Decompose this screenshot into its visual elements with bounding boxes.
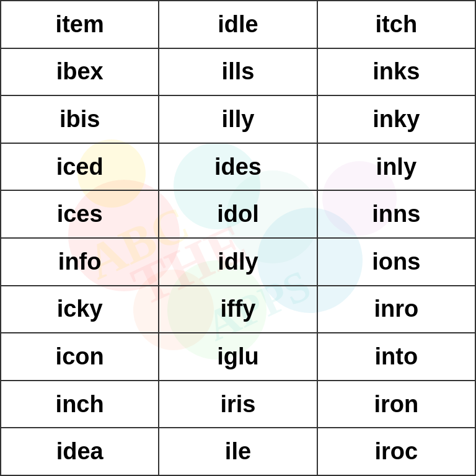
word-cell: inch (1, 381, 159, 428)
word-cell: inns (317, 190, 475, 238)
word-cell: ibex (1, 48, 159, 96)
word-table: itemidleitchibexillsinksibisillyinkyiced… (0, 0, 476, 476)
word-cell: into (317, 333, 475, 381)
word-cell: ibis (1, 95, 159, 143)
word-cell: ions (317, 238, 475, 286)
table-row: icedidesinly (1, 143, 475, 191)
word-cell: idol (159, 190, 317, 238)
table-row: ibexillsinks (1, 48, 475, 96)
word-cell: iroc (317, 428, 475, 475)
word-cell: inks (317, 48, 475, 96)
word-cell: icky (1, 286, 159, 333)
word-cell: item (1, 1, 159, 48)
word-cell: ides (159, 143, 317, 191)
word-cell: ills (159, 48, 317, 96)
table-row: icesidolinns (1, 190, 475, 238)
word-cell: idly (159, 238, 317, 286)
table-row: ibisillyinky (1, 95, 475, 143)
word-cell: iron (317, 381, 475, 428)
word-cell: ices (1, 190, 159, 238)
word-cell: iced (1, 143, 159, 191)
word-cell: icon (1, 333, 159, 381)
table-row: ickyiffyinro (1, 286, 475, 333)
word-cell: iffy (159, 286, 317, 333)
word-cell: idle (159, 1, 317, 48)
table-row: inchirisiron (1, 381, 475, 428)
table-row: iconigluinto (1, 333, 475, 381)
word-cell: inro (317, 286, 475, 333)
word-cell: iris (159, 381, 317, 428)
word-cell: info (1, 238, 159, 286)
word-cell: illy (159, 95, 317, 143)
word-cell: ile (159, 428, 317, 475)
word-cell: idea (1, 428, 159, 475)
table-row: ideaileiroc (1, 428, 475, 475)
word-cell: itch (317, 1, 475, 48)
word-cell: iglu (159, 333, 317, 381)
table-row: infoidlyions (1, 238, 475, 286)
table-row: itemidleitch (1, 1, 475, 48)
word-cell: inly (317, 143, 475, 191)
word-cell: inky (317, 95, 475, 143)
